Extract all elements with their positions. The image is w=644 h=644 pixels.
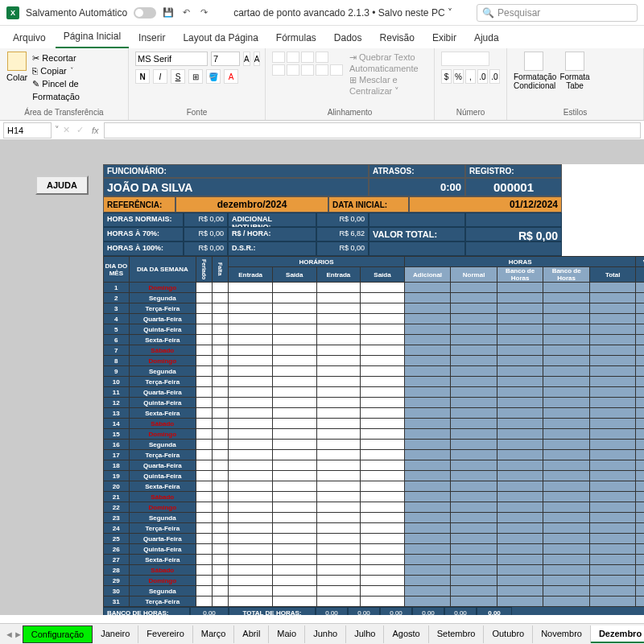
format-as-table-button[interactable]: Formata Tabe <box>559 52 591 90</box>
border-button[interactable]: ⊞ <box>188 69 203 84</box>
autosave-toggle[interactable] <box>134 7 156 19</box>
table-row: 31Terça-Feira <box>104 597 645 607</box>
sheet-tab-setembro[interactable]: Setembro <box>429 625 485 643</box>
menu-revisão[interactable]: Revisão <box>372 29 423 48</box>
menu-dados[interactable]: Dados <box>326 29 370 48</box>
table-row: 30Segunda <box>104 586 645 597</box>
table-row: 17Terça-Feira <box>104 450 645 460</box>
table-row: 21Sábado <box>104 492 645 502</box>
valor-total-value: R$ 0,00 <box>465 227 562 242</box>
totals-row: BANCO DE HORAS: 0,00 TOTAL DE HORAS: 0,0… <box>103 607 644 615</box>
menu-fórmulas[interactable]: Fórmulas <box>268 29 324 48</box>
table-row: 12Quinta-Feira <box>104 398 645 408</box>
sheet-tab-abril[interactable]: Abril <box>234 625 269 643</box>
align-right-button[interactable] <box>301 64 314 76</box>
menu-exibir[interactable]: Exibir <box>424 29 464 48</box>
orientation-button[interactable] <box>316 52 328 63</box>
merge-button[interactable]: ⊞ Mesclar e Centralizar ˅ <box>349 74 427 97</box>
table-row: 4Quarta-Feira <box>104 314 645 324</box>
table-row: 2Segunda <box>104 293 645 303</box>
table-row: 13Sexta-Feira <box>104 408 645 419</box>
menu-ajuda[interactable]: Ajuda <box>466 29 507 48</box>
table-row: 10Terça-Feira <box>104 377 645 387</box>
increase-font-button[interactable]: A <box>243 52 250 66</box>
decrease-font-button[interactable]: A <box>254 52 261 66</box>
underline-button[interactable]: S <box>171 69 185 84</box>
sheet-tab-junho[interactable]: Junho <box>305 625 346 643</box>
funcionario-label: FUNCIONÁRIO: <box>103 164 369 178</box>
menu-layout-da-página[interactable]: Layout da Página <box>175 29 266 48</box>
inc-decimal-button[interactable]: .0 <box>477 69 488 84</box>
fill-color-button[interactable]: 🪣 <box>206 69 221 84</box>
align-top-button[interactable] <box>272 52 285 63</box>
sheet-tab-julho[interactable]: Julho <box>346 625 384 643</box>
dec-decimal-button[interactable]: .0 <box>489 69 500 84</box>
sheet-tab-outubro[interactable]: Outubro <box>484 625 533 643</box>
font-color-button[interactable]: A <box>224 69 238 84</box>
conditional-formatting-button[interactable]: Formatação Condicional <box>514 52 554 90</box>
fx-icon[interactable]: fx <box>87 126 104 135</box>
cancel-icon[interactable]: ✕ <box>60 125 73 135</box>
table-row: 20Sexta-Feira <box>104 481 645 492</box>
bold-button[interactable]: N <box>135 69 150 84</box>
percent-button[interactable]: % <box>453 69 464 84</box>
sheet-tab-março[interactable]: Março <box>193 625 235 643</box>
table-row: 29Domingo <box>104 576 645 586</box>
styles-group-label: Estilos <box>514 108 637 117</box>
data-inicial-value: 01/12/2024 <box>409 196 562 213</box>
search-input[interactable]: 🔍 Pesquisar <box>477 4 638 22</box>
indent-dec-button[interactable] <box>316 64 328 76</box>
data-inicial-label: DATA INICIAL: <box>328 196 409 213</box>
atrasos-label: ATRASOS: <box>369 164 465 178</box>
table-row: 23Segunda <box>104 513 645 523</box>
align-middle-button[interactable] <box>287 52 299 63</box>
name-box[interactable] <box>3 122 52 138</box>
italic-button[interactable]: I <box>153 69 167 84</box>
table-row: 18Quarta-Feira <box>104 460 645 471</box>
table-row: 5Quinta-Feira <box>104 324 645 335</box>
sheet-tab-agosto[interactable]: Agosto <box>384 625 428 643</box>
menu-página-inicial[interactable]: Página Inicial <box>56 27 129 48</box>
sheet-tabs: ◄ ► ConfiguraçãoJaneiroFevereiroMarçoAbr… <box>0 623 644 644</box>
format-painter-button[interactable]: ✎ Pincel de Formatação <box>32 77 122 103</box>
comma-button[interactable]: , <box>465 69 476 84</box>
indent-inc-button[interactable] <box>330 64 343 76</box>
menu-arquivo[interactable]: Arquivo <box>5 29 54 48</box>
confirm-icon[interactable]: ✓ <box>73 125 87 135</box>
sheet-tab-configuração[interactable]: Configuração <box>23 625 93 643</box>
table-row: 11Quarta-Feira <box>104 387 645 398</box>
sheet-tab-janeiro[interactable]: Janeiro <box>93 625 138 643</box>
worksheet-area[interactable]: AJUDA FUNCIONÁRIO: ATRASOS: REGISTRO: JO… <box>0 140 644 615</box>
table-row: 28Sábado <box>104 565 645 576</box>
sheet-tab-dezembro[interactable]: Dezembro <box>591 625 644 643</box>
formula-input[interactable] <box>104 122 641 138</box>
tab-nav-next[interactable]: ► <box>14 630 23 639</box>
paste-button[interactable]: Colar <box>6 52 27 103</box>
align-left-button[interactable] <box>272 64 285 76</box>
ribbon: Colar ✂ Recortar ⎘ Copiar ˅ ✎ Pincel de … <box>0 48 644 121</box>
table-row: 3Terça-Feira <box>104 303 645 314</box>
cut-button[interactable]: ✂ Recortar <box>32 52 122 64</box>
redo-icon[interactable]: ↷ <box>198 7 209 19</box>
search-icon: 🔍 <box>482 7 494 19</box>
font-size-select[interactable] <box>211 52 240 66</box>
tab-nav-prev[interactable]: ◄ <box>5 630 14 639</box>
wrap-text-button[interactable]: ⇥ Quebrar Texto Automaticamente <box>349 52 427 74</box>
help-button[interactable]: AJUDA <box>35 175 89 195</box>
font-name-select[interactable] <box>135 52 208 66</box>
copy-button[interactable]: ⎘ Copiar ˅ <box>32 64 122 77</box>
undo-icon[interactable]: ↶ <box>180 7 192 19</box>
align-bottom-button[interactable] <box>301 52 314 63</box>
currency-button[interactable]: $ <box>441 69 452 84</box>
font-group-label: Fonte <box>135 108 258 117</box>
table-row: 9Segunda <box>104 366 645 377</box>
menu-inserir[interactable]: Inserir <box>130 29 173 48</box>
table-row: 1Domingo <box>104 283 645 293</box>
number-format-select[interactable] <box>441 52 489 66</box>
sheet-tab-fevereiro[interactable]: Fevereiro <box>138 625 192 643</box>
document-title: cartao de ponto avancado 2.1.3 • Salvo n… <box>216 7 470 19</box>
sheet-tab-maio[interactable]: Maio <box>269 625 305 643</box>
save-icon[interactable]: 💾 <box>163 7 174 19</box>
align-center-button[interactable] <box>287 64 299 76</box>
sheet-tab-novembro[interactable]: Novembro <box>533 625 591 643</box>
